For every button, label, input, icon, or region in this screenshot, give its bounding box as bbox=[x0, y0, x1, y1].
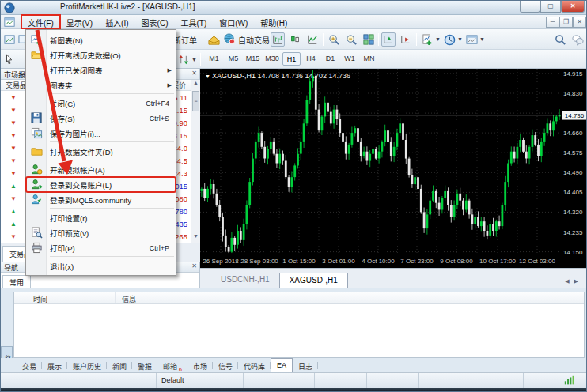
menu-item-登录到MQL5.community[interactable]: 登录到MQL5.community bbox=[26, 192, 176, 207]
status-profile-cell[interactable]: Default bbox=[157, 373, 244, 388]
chart-tab-USDCNH-,H1[interactable]: USDCNH-,H1 bbox=[211, 273, 279, 288]
periods-dropdown[interactable]: ▼ bbox=[457, 36, 463, 42]
periods-icon[interactable] bbox=[442, 32, 456, 47]
mdi-minimize-button[interactable]: ─ bbox=[546, 17, 559, 28]
menu-item-保存(S)[interactable]: 保存(S)Ctrl+S bbox=[26, 111, 176, 126]
menu-item-退出(x)[interactable]: 退出(x) bbox=[26, 258, 176, 273]
zoom-in-icon[interactable] bbox=[327, 32, 341, 47]
terminal-tab-新闻[interactable]: 新闻 bbox=[107, 359, 132, 372]
price-scale[interactable]: 14.91514.83014.74514.66014.57514.49014.4… bbox=[561, 69, 587, 255]
chart-tab-scroll-icons[interactable]: ◀▶ bbox=[565, 278, 583, 285]
menu-插入(I)[interactable]: 插入(I) bbox=[99, 15, 134, 29]
separator bbox=[200, 53, 201, 66]
menu-工具(T)[interactable]: 工具(T) bbox=[174, 15, 213, 29]
menu-文件(F)[interactable]: 文件(F) bbox=[21, 15, 60, 29]
maximize-button[interactable]: ▢ bbox=[540, 1, 561, 13]
scrollbar-thumb[interactable]: ≡ bbox=[192, 91, 199, 111]
terminal-tab-警报[interactable]: 警报 bbox=[132, 359, 157, 372]
navigator-close-icon[interactable]: ✕ bbox=[191, 262, 197, 270]
tile-windows-icon[interactable] bbox=[362, 32, 376, 47]
scrollbar-down[interactable]: ▼ bbox=[191, 233, 200, 239]
terminal-tab-代码库[interactable]: 代码库 bbox=[238, 359, 271, 372]
status-cell bbox=[471, 373, 524, 388]
menu-item-label: 打印设置(r)... bbox=[47, 213, 93, 224]
menu-item-打开已关闭图表[interactable]: 打开已关闭图表▶ bbox=[26, 62, 176, 77]
indicators-icon[interactable] bbox=[420, 32, 434, 47]
candlestick-mode-icon[interactable] bbox=[288, 32, 302, 47]
market-watch-scrollbar[interactable]: ▲ ≡ ▼ bbox=[191, 80, 200, 243]
draw-arrows-dropdown[interactable]: ▼ bbox=[191, 57, 197, 62]
menu-shortcut: Ctrl+F4 bbox=[146, 100, 169, 107]
tab-common[interactable]: 常用 bbox=[2, 275, 31, 288]
autotrade-button[interactable]: 自动交易 bbox=[224, 32, 270, 47]
terminal-tab-展示[interactable]: 展示 bbox=[42, 359, 67, 372]
terminal-tab-市场[interactable]: 市场 bbox=[187, 359, 213, 372]
terminal-header: 时间 信息 bbox=[14, 292, 584, 304]
menu-item-打印设置(r)...[interactable]: 打印设置(r)... bbox=[26, 210, 176, 225]
submenu-arrow-icon: ▶ bbox=[168, 82, 172, 89]
terminal-tab-交易[interactable]: 交易 bbox=[17, 359, 42, 372]
timeframe-M5[interactable]: M5 bbox=[225, 52, 243, 66]
zoom-out-icon[interactable] bbox=[344, 32, 358, 47]
line-chart-mode-icon[interactable] bbox=[305, 32, 320, 47]
menu-item-label: 打开离线历史数据(O) bbox=[47, 50, 121, 61]
terminal-tab-邮箱[interactable]: 邮箱 6 bbox=[157, 359, 187, 372]
column-message[interactable]: 信息 bbox=[116, 292, 136, 303]
indicators-dropdown[interactable]: ▼ bbox=[435, 36, 441, 42]
menu-图表(C)[interactable]: 图表(C) bbox=[135, 15, 175, 29]
cursor-icon[interactable] bbox=[2, 52, 17, 66]
timeframe-H1[interactable]: H1 bbox=[282, 52, 301, 66]
price-up-icon: ▲ bbox=[10, 208, 18, 215]
timeframe-D1[interactable]: D1 bbox=[321, 52, 339, 66]
bar-chart-mode-icon[interactable] bbox=[271, 32, 285, 47]
draw-arrows-icon[interactable] bbox=[176, 52, 191, 66]
menu-item-打开数据文件夹(D)[interactable]: 打开数据文件夹(D) bbox=[26, 144, 176, 159]
menu-帮助(H)[interactable]: 帮助(H) bbox=[254, 15, 294, 29]
minimize-button[interactable]: ─ bbox=[520, 1, 540, 13]
new-chart-window-icon[interactable] bbox=[2, 32, 17, 47]
terminal-tab-账户历史[interactable]: 账户历史 bbox=[67, 359, 107, 372]
column-time[interactable]: 时间 bbox=[14, 292, 116, 303]
folder-open-icon bbox=[26, 49, 47, 61]
terminal-tab-信号[interactable]: 信号 bbox=[213, 359, 238, 372]
chart-tab-XAGUSD-,H1[interactable]: XAGUSD-,H1 bbox=[279, 273, 348, 288]
timeframe-H4[interactable]: H4 bbox=[302, 52, 320, 66]
status-cell bbox=[524, 373, 559, 388]
menu-item-登录到交易账户(L)[interactable]: 登录到交易账户(L) bbox=[26, 177, 176, 192]
market-watch-close-icon[interactable]: ✕ bbox=[191, 70, 197, 77]
timeframe-M15[interactable]: M15 bbox=[244, 52, 262, 66]
metaeditor-icon[interactable] bbox=[206, 32, 221, 47]
printer-icon bbox=[26, 242, 47, 254]
timeframe-M1[interactable]: M1 bbox=[205, 52, 223, 66]
chart-plot[interactable]: ▼ XAGUSD-,H1 14.708 14.736 14.702 14.736 bbox=[200, 69, 561, 255]
chart-shift-icon[interactable] bbox=[399, 32, 413, 47]
menu-item-图表夹[interactable]: 图表夹▶ bbox=[26, 77, 176, 92]
templates-icon[interactable] bbox=[464, 32, 479, 47]
menu-item-开新模拟帐户(A)[interactable]: 开新模拟帐户(A) bbox=[26, 162, 176, 177]
terminal-tab-日志[interactable]: 日志 bbox=[293, 359, 318, 372]
price-tick: 14.320 bbox=[563, 209, 582, 216]
timeframe-MN[interactable]: MN bbox=[360, 52, 378, 66]
menu-item-保存为图片(i)...[interactable]: 保存为图片(i)... bbox=[26, 126, 176, 141]
auto-scroll-icon[interactable] bbox=[381, 32, 396, 47]
menu-窗口(W)[interactable]: 窗口(W) bbox=[213, 15, 254, 29]
close-button[interactable]: ✕ bbox=[561, 1, 585, 13]
mdi-close-button[interactable]: ✕ bbox=[573, 17, 586, 28]
mail-badge: 6 bbox=[177, 367, 182, 372]
menu-item-关闭(C)[interactable]: 关闭(C)Ctrl+F4 bbox=[26, 96, 176, 111]
templates-dropdown[interactable]: ▼ bbox=[479, 36, 485, 42]
timeframe-W1[interactable]: W1 bbox=[341, 52, 359, 66]
menu-item-新图表(N)[interactable]: 新图表(N) bbox=[26, 32, 176, 47]
timeframe-M30[interactable]: M30 bbox=[263, 52, 282, 66]
menu-item-打开离线历史数据(O)[interactable]: 打开离线历史数据(O) bbox=[26, 47, 176, 62]
menu-显示(V)[interactable]: 显示(V) bbox=[60, 15, 99, 29]
menu-separator bbox=[50, 160, 174, 160]
price-tick: 14.830 bbox=[563, 90, 582, 97]
terminal-tab-EA[interactable]: EA bbox=[271, 358, 293, 372]
time-scale[interactable]: 26 Sep 201828 Sep 03:001 Oct 15:003 Oct … bbox=[200, 255, 587, 268]
menu-item-打印预览(v)[interactable]: 打印预览(v) bbox=[26, 225, 176, 240]
mdi-restore-button[interactable]: ❐ bbox=[559, 17, 573, 28]
menu-item-打印(P)...[interactable]: 打印(P)...Ctrl+P bbox=[26, 240, 176, 255]
chat-icon[interactable] bbox=[570, 32, 585, 47]
search-icon[interactable] bbox=[553, 32, 567, 47]
